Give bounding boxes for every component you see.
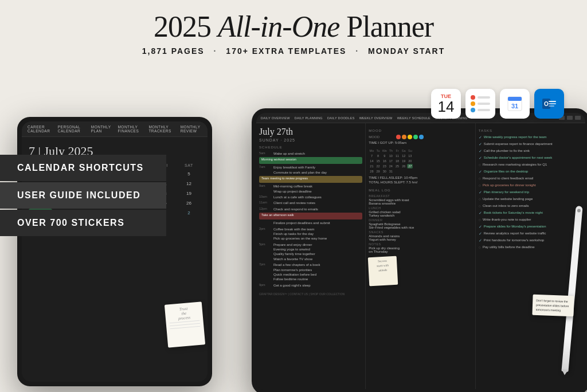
mc-h: Su — [407, 148, 413, 153]
mc-c[interactable]: 20 — [407, 159, 413, 163]
cal-cell[interactable]: 5 — [177, 170, 201, 178]
sched-time: 12pm — [259, 207, 272, 210]
time-got-up-label: TIME I GOT UP: 5:05am — [369, 141, 414, 144]
task-item-5: ○ Research new marketing strategies for … — [479, 162, 582, 167]
task-check-2: ✓ — [479, 142, 482, 147]
mc-c[interactable]: 28 — [369, 169, 374, 174]
sched-time: 5pm — [259, 242, 272, 246]
task-check-16: ✓ — [479, 238, 482, 243]
reminder-bar-3 — [478, 109, 490, 111]
title-section: 2025 All-in-One Planner 1,871 PAGES · 17… — [0, 0, 587, 56]
nav-monthly-track[interactable]: MONTHLY TRACKERS — [148, 125, 173, 133]
notes-paper-text-1: Trusttheprocess — [168, 305, 199, 322]
rt-nav-weekly-overview[interactable]: WEEKLY OVERVIEW — [359, 116, 393, 120]
mc-c-today[interactable]: 27 — [407, 164, 413, 168]
cal-cell[interactable]: 2 — [177, 209, 201, 217]
mc-c[interactable]: 23 — [382, 164, 388, 168]
rt-nav-daily-overview[interactable]: DAILY OVERVIEW — [261, 116, 290, 120]
task-item-17: ○ Pay utility bills before the deadline — [479, 245, 582, 250]
mc-c[interactable]: 30 — [382, 169, 388, 174]
mc-c[interactable]: 14 — [369, 159, 374, 163]
task-text-7: Respond to client feedback email — [483, 176, 533, 181]
mc-c[interactable]: 15 — [375, 159, 381, 163]
mc-c[interactable]: 22 — [375, 164, 381, 168]
templates-count: 170+ EXTRA TEMPLATES — [226, 46, 346, 56]
rt-nav-weekly-schedule[interactable]: WEEKLY SCHEDULE — [397, 116, 431, 120]
mc-c[interactable]: 25 — [394, 164, 400, 168]
mc-h: Tu — [375, 148, 381, 153]
task-text-12: Book tickets for Saturday's movie night — [484, 210, 543, 215]
mc-c[interactable]: 18 — [394, 159, 400, 163]
mc-c[interactable]: 7 — [369, 154, 374, 158]
schedule-item-12pm: 12pm Check and respond to emails — [259, 207, 362, 211]
reminder-line-1 — [471, 95, 490, 100]
breakfast-label: BREAKFAST — [369, 194, 472, 198]
mc-c[interactable]: 8 — [375, 154, 381, 158]
mini-cal-row: Mo Tu We Th Fr Sa Su 7 8 9 10 11 — [369, 146, 472, 174]
rt-nav-daily-planning[interactable]: DAILY PLANNING — [295, 116, 323, 120]
mc-c[interactable]: 12 — [401, 154, 406, 158]
sched-text: Get a good night's sleep — [273, 283, 362, 288]
mc-c[interactable]: 24 — [388, 164, 394, 168]
task-text-3: Call the plumber to fix the sink — [484, 148, 530, 153]
sticky-note-text: Don't forget to review the presentation … — [536, 299, 569, 312]
notes-line — [170, 326, 200, 330]
sticky-note-inner: Don't forget to review the presentation … — [532, 295, 574, 316]
task-text-13: Write thank-you note to supplier — [483, 217, 531, 222]
lunch-label: LUNCH — [369, 206, 472, 210]
mc-c[interactable]: 26 — [401, 164, 406, 168]
mc-c[interactable]: 21 — [369, 164, 374, 168]
mc-c[interactable]: 29 — [375, 169, 381, 174]
mood-dot-3[interactable] — [408, 135, 412, 139]
snacks-content: Almonds and raisinsYogurt with honey — [369, 234, 472, 241]
cal-cell[interactable]: 19 — [177, 189, 201, 198]
mood-dot-5[interactable] — [419, 135, 424, 139]
mc-c[interactable]: 13 — [407, 154, 413, 158]
task-check-13: ○ — [479, 218, 481, 222]
nav-monthly-fin[interactable]: MONTHLY FINANCES — [118, 125, 142, 133]
cal-cell[interactable]: 12 — [177, 179, 201, 188]
mc-c[interactable]: 10 — [388, 154, 394, 158]
mood-dot-4[interactable] — [413, 135, 418, 139]
feature-label-0: CALENDAR SHORTCUTS — [17, 163, 144, 173]
task-check-12: ✓ — [479, 211, 482, 215]
schedule-item-11am: 11am Client call and review notes — [259, 201, 362, 205]
sched-text: Mid-morning coffee breakWrap up project … — [273, 184, 362, 194]
mc-h: Fr — [394, 148, 400, 153]
nav-career-cal[interactable]: CAREER CALENDAR — [28, 125, 51, 133]
mood-dot-1[interactable] — [396, 135, 401, 139]
task-check-15: ✓ — [479, 232, 482, 236]
task-item-10: ○ Update the website landing page — [479, 197, 582, 202]
mood-dots — [396, 135, 424, 139]
notes-paper-widget: Trusttheprocess — [165, 301, 205, 347]
nav-icon-2 — [567, 116, 573, 120]
mc-c[interactable]: 19 — [401, 159, 406, 163]
notes-content: Pick up dry cleaningon Thursday — [369, 246, 472, 253]
mc-c[interactable]: 16 — [382, 159, 388, 163]
schedule-item-7am: 7am Enjoy breakfast with FamilyCommute t… — [259, 165, 362, 175]
sched-text: Coffee break with the teamFinish up task… — [273, 227, 362, 241]
nav-icon-3 — [575, 116, 581, 120]
task-item-3: ✓ Call the plumber to fix the sink — [479, 148, 582, 154]
sched-time: 5am — [259, 151, 272, 155]
mc-c[interactable]: 11 — [394, 154, 400, 158]
task-check-14: ✓ — [479, 225, 482, 229]
nav-personal-cal[interactable]: PERSONAL CALENDAR — [58, 125, 84, 133]
mini-cal-grid: Mo Tu We Th Fr Sa Su 7 8 9 10 11 — [369, 148, 413, 174]
mc-c[interactable]: 31 — [388, 169, 394, 174]
task-check-1: ✓ — [479, 135, 482, 140]
rt-nav-daily-doodles[interactable]: DAILY DOODLES — [327, 116, 355, 120]
svg-rect-8 — [549, 103, 556, 104]
cal-cell[interactable]: 26 — [177, 199, 201, 207]
nav-monthly-plan[interactable]: MONTHLY PLAN — [91, 125, 111, 133]
left-tablet-nav: CAREER CALENDAR PERSONAL CALENDAR MONTHL… — [22, 121, 208, 137]
sched-time: 9pm — [259, 283, 272, 287]
nav-monthly-review[interactable]: MONTHLY REVIEW — [181, 125, 202, 133]
mood-dot-2[interactable] — [402, 135, 406, 139]
notes-label: NOTES — [369, 242, 472, 246]
mc-c[interactable]: 9 — [382, 154, 388, 158]
mc-c[interactable]: 17 — [388, 159, 394, 163]
sched-text: Enjoy breakfast with FamilyCommute to wo… — [273, 165, 362, 175]
sched-text: Wake up and stretch — [273, 151, 362, 156]
schedule-item-5pm: 5pm Prepare and enjoy dinnerEvening yoga… — [259, 242, 362, 262]
